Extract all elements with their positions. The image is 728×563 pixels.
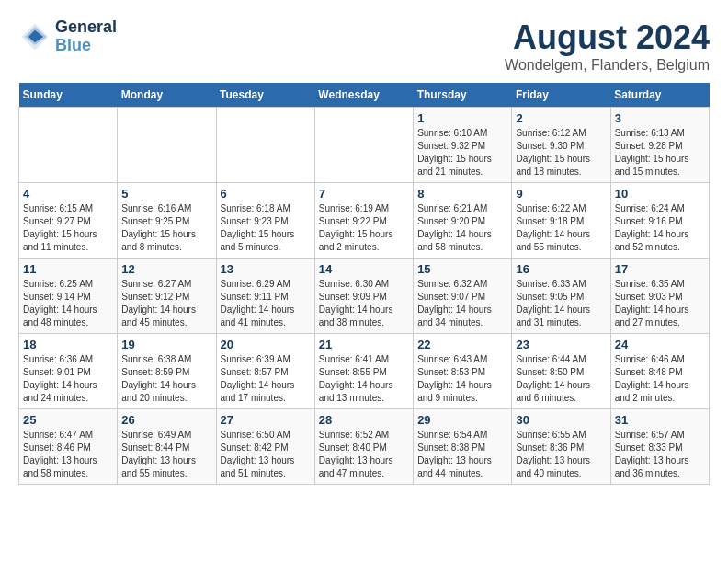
calendar-cell: 9Sunrise: 6:22 AM Sunset: 9:18 PM Daylig… bbox=[512, 183, 610, 259]
calendar-cell: 1Sunrise: 6:10 AM Sunset: 9:32 PM Daylig… bbox=[414, 108, 512, 183]
calendar-cell: 21Sunrise: 6:41 AM Sunset: 8:55 PM Dayli… bbox=[314, 334, 413, 409]
day-info: Sunrise: 6:44 AM Sunset: 8:50 PM Dayligh… bbox=[516, 353, 606, 405]
calendar-header: SundayMondayTuesdayWednesdayThursdayFrid… bbox=[19, 83, 710, 108]
day-number: 22 bbox=[417, 338, 507, 351]
day-number: 28 bbox=[319, 413, 409, 427]
calendar-cell: 17Sunrise: 6:35 AM Sunset: 9:03 PM Dayli… bbox=[610, 259, 709, 334]
day-info: Sunrise: 6:22 AM Sunset: 9:18 PM Dayligh… bbox=[516, 202, 606, 254]
day-number: 6 bbox=[221, 187, 311, 201]
calendar-cell: 10Sunrise: 6:24 AM Sunset: 9:16 PM Dayli… bbox=[610, 183, 709, 259]
main-title: August 2024 bbox=[505, 18, 710, 57]
calendar-week-4: 18Sunrise: 6:36 AM Sunset: 9:01 PM Dayli… bbox=[19, 334, 710, 409]
day-info: Sunrise: 6:33 AM Sunset: 9:05 PM Dayligh… bbox=[516, 278, 606, 329]
calendar-cell bbox=[216, 108, 314, 183]
day-number: 23 bbox=[516, 338, 606, 351]
calendar-cell: 6Sunrise: 6:18 AM Sunset: 9:23 PM Daylig… bbox=[216, 183, 314, 259]
logo: General Blue bbox=[18, 18, 117, 55]
day-number: 11 bbox=[23, 262, 113, 276]
day-number: 14 bbox=[319, 262, 409, 276]
day-info: Sunrise: 6:32 AM Sunset: 9:07 PM Dayligh… bbox=[417, 278, 507, 329]
day-header-sunday: Sunday bbox=[19, 83, 118, 108]
day-number: 9 bbox=[516, 187, 606, 201]
calendar-cell: 18Sunrise: 6:36 AM Sunset: 9:01 PM Dayli… bbox=[19, 334, 118, 409]
calendar-cell: 7Sunrise: 6:19 AM Sunset: 9:22 PM Daylig… bbox=[314, 183, 413, 259]
logo-icon bbox=[18, 20, 51, 53]
calendar-cell: 5Sunrise: 6:16 AM Sunset: 9:25 PM Daylig… bbox=[118, 183, 216, 259]
day-info: Sunrise: 6:50 AM Sunset: 8:42 PM Dayligh… bbox=[221, 429, 311, 480]
day-info: Sunrise: 6:13 AM Sunset: 9:28 PM Dayligh… bbox=[615, 127, 705, 178]
day-number: 12 bbox=[121, 262, 211, 276]
calendar-cell bbox=[314, 108, 413, 183]
day-info: Sunrise: 6:18 AM Sunset: 9:23 PM Dayligh… bbox=[221, 202, 311, 254]
calendar-cell: 31Sunrise: 6:57 AM Sunset: 8:33 PM Dayli… bbox=[610, 409, 709, 485]
day-info: Sunrise: 6:38 AM Sunset: 8:59 PM Dayligh… bbox=[121, 353, 211, 405]
calendar-cell: 12Sunrise: 6:27 AM Sunset: 9:12 PM Dayli… bbox=[118, 259, 216, 334]
day-number: 3 bbox=[615, 111, 705, 125]
calendar-cell: 19Sunrise: 6:38 AM Sunset: 8:59 PM Dayli… bbox=[118, 334, 216, 409]
calendar-cell: 11Sunrise: 6:25 AM Sunset: 9:14 PM Dayli… bbox=[19, 259, 118, 334]
day-number: 17 bbox=[615, 262, 705, 276]
days-of-week-row: SundayMondayTuesdayWednesdayThursdayFrid… bbox=[19, 83, 710, 108]
day-header-thursday: Thursday bbox=[414, 83, 512, 108]
day-number: 27 bbox=[221, 413, 311, 427]
logo-text: General Blue bbox=[55, 18, 117, 55]
day-number: 8 bbox=[417, 187, 507, 201]
day-number: 4 bbox=[23, 187, 113, 201]
day-number: 2 bbox=[516, 111, 606, 125]
calendar-cell: 4Sunrise: 6:15 AM Sunset: 9:27 PM Daylig… bbox=[19, 183, 118, 259]
day-number: 13 bbox=[221, 262, 311, 276]
calendar-cell: 13Sunrise: 6:29 AM Sunset: 9:11 PM Dayli… bbox=[216, 259, 314, 334]
calendar-cell: 23Sunrise: 6:44 AM Sunset: 8:50 PM Dayli… bbox=[512, 334, 610, 409]
day-info: Sunrise: 6:43 AM Sunset: 8:53 PM Dayligh… bbox=[417, 353, 507, 405]
day-number: 31 bbox=[615, 413, 705, 427]
calendar-week-1: 1Sunrise: 6:10 AM Sunset: 9:32 PM Daylig… bbox=[19, 108, 710, 183]
calendar-cell: 8Sunrise: 6:21 AM Sunset: 9:20 PM Daylig… bbox=[414, 183, 512, 259]
day-info: Sunrise: 6:24 AM Sunset: 9:16 PM Dayligh… bbox=[615, 202, 705, 254]
calendar-cell: 15Sunrise: 6:32 AM Sunset: 9:07 PM Dayli… bbox=[414, 259, 512, 334]
day-number: 16 bbox=[516, 262, 606, 276]
day-info: Sunrise: 6:21 AM Sunset: 9:20 PM Dayligh… bbox=[417, 202, 507, 254]
day-header-monday: Monday bbox=[118, 83, 216, 108]
day-number: 7 bbox=[319, 187, 409, 201]
calendar-cell bbox=[19, 108, 118, 183]
logo-line1: General bbox=[55, 18, 117, 37]
day-info: Sunrise: 6:10 AM Sunset: 9:32 PM Dayligh… bbox=[417, 127, 507, 178]
day-number: 29 bbox=[417, 413, 507, 427]
calendar-cell: 20Sunrise: 6:39 AM Sunset: 8:57 PM Dayli… bbox=[216, 334, 314, 409]
calendar-table: SundayMondayTuesdayWednesdayThursdayFrid… bbox=[18, 83, 710, 485]
calendar-cell: 29Sunrise: 6:54 AM Sunset: 8:38 PM Dayli… bbox=[414, 409, 512, 485]
day-info: Sunrise: 6:57 AM Sunset: 8:33 PM Dayligh… bbox=[615, 429, 705, 480]
calendar-cell: 28Sunrise: 6:52 AM Sunset: 8:40 PM Dayli… bbox=[314, 409, 413, 485]
calendar-week-2: 4Sunrise: 6:15 AM Sunset: 9:27 PM Daylig… bbox=[19, 183, 710, 259]
calendar-cell: 24Sunrise: 6:46 AM Sunset: 8:48 PM Dayli… bbox=[610, 334, 709, 409]
calendar-week-3: 11Sunrise: 6:25 AM Sunset: 9:14 PM Dayli… bbox=[19, 259, 710, 334]
day-info: Sunrise: 6:30 AM Sunset: 9:09 PM Dayligh… bbox=[319, 278, 409, 329]
day-header-wednesday: Wednesday bbox=[314, 83, 413, 108]
day-info: Sunrise: 6:25 AM Sunset: 9:14 PM Dayligh… bbox=[23, 278, 113, 329]
day-info: Sunrise: 6:27 AM Sunset: 9:12 PM Dayligh… bbox=[121, 278, 211, 329]
day-info: Sunrise: 6:16 AM Sunset: 9:25 PM Dayligh… bbox=[121, 202, 211, 254]
day-number: 25 bbox=[23, 413, 113, 427]
calendar-cell: 14Sunrise: 6:30 AM Sunset: 9:09 PM Dayli… bbox=[314, 259, 413, 334]
day-number: 1 bbox=[417, 111, 507, 125]
day-info: Sunrise: 6:54 AM Sunset: 8:38 PM Dayligh… bbox=[417, 429, 507, 480]
day-number: 18 bbox=[23, 338, 113, 351]
day-number: 20 bbox=[221, 338, 311, 351]
page-header: General Blue August 2024 Wondelgem, Flan… bbox=[18, 18, 710, 74]
calendar-week-5: 25Sunrise: 6:47 AM Sunset: 8:46 PM Dayli… bbox=[19, 409, 710, 485]
day-info: Sunrise: 6:55 AM Sunset: 8:36 PM Dayligh… bbox=[516, 429, 606, 480]
day-info: Sunrise: 6:52 AM Sunset: 8:40 PM Dayligh… bbox=[319, 429, 409, 480]
calendar-cell bbox=[118, 108, 216, 183]
title-section: August 2024 Wondelgem, Flanders, Belgium bbox=[505, 18, 710, 74]
day-number: 21 bbox=[319, 338, 409, 351]
calendar-cell: 2Sunrise: 6:12 AM Sunset: 9:30 PM Daylig… bbox=[512, 108, 610, 183]
day-info: Sunrise: 6:12 AM Sunset: 9:30 PM Dayligh… bbox=[516, 127, 606, 178]
calendar-cell: 3Sunrise: 6:13 AM Sunset: 9:28 PM Daylig… bbox=[610, 108, 709, 183]
day-info: Sunrise: 6:39 AM Sunset: 8:57 PM Dayligh… bbox=[221, 353, 311, 405]
day-number: 15 bbox=[417, 262, 507, 276]
day-header-tuesday: Tuesday bbox=[216, 83, 314, 108]
calendar-body: 1Sunrise: 6:10 AM Sunset: 9:32 PM Daylig… bbox=[19, 108, 710, 485]
calendar-cell: 22Sunrise: 6:43 AM Sunset: 8:53 PM Dayli… bbox=[414, 334, 512, 409]
day-number: 24 bbox=[615, 338, 705, 351]
subtitle: Wondelgem, Flanders, Belgium bbox=[505, 57, 710, 74]
